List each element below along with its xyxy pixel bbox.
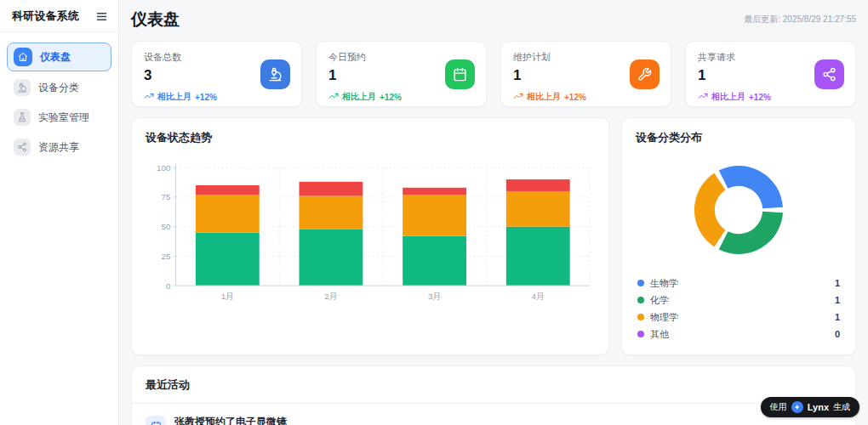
calendar-icon (445, 60, 475, 89)
sidebar-item-dashboard[interactable]: 仪表盘 (7, 42, 111, 71)
stat-trend-delta: +12% (749, 93, 771, 102)
legend-label: 物理学 (650, 311, 678, 324)
activity-item-text: 张教授预约了电子显微镜 (174, 415, 287, 425)
stat-trend-delta: +12% (195, 93, 217, 102)
menu-icon[interactable] (95, 10, 108, 23)
stat-trend-label: 相比上月 (711, 91, 745, 103)
donut-legend: 生物学1化学1物理学1其他0 (636, 275, 842, 343)
category-distribution-card: 设备分类分布 生物学1化学1物理学1其他0 (621, 117, 856, 355)
status-trend-bar-chart: 1月2月3月4月0255075100 (146, 159, 595, 309)
legend-value: 0 (835, 329, 840, 339)
page-title: 仪表盘 (131, 8, 180, 31)
lynx-badge[interactable]: 使用 Lynx 生成 (761, 397, 859, 417)
recent-activity-title: 最近活动 (146, 377, 842, 393)
legend-label: 生物学 (650, 277, 678, 290)
category-donut-chart (676, 156, 802, 264)
status-trend-card: 设备状态趋势 1月2月3月4月0255075100 (131, 117, 609, 355)
legend-dot (637, 314, 644, 320)
legend-dot (637, 297, 644, 303)
share-icon (14, 139, 31, 156)
svg-text:3月: 3月 (428, 292, 441, 301)
stat-card-maintenance-plans: 维护计划1相比上月+12% (500, 41, 671, 107)
svg-text:75: 75 (162, 192, 171, 201)
recent-activity-card: 最近活动 张教授预约了电子显微镜10分钟前 (131, 366, 856, 425)
calendar-icon (146, 416, 166, 425)
sidebar-item-label: 资源共享 (38, 140, 79, 155)
stat-card-share-requests: 共享请求1相比上月+12% (685, 41, 856, 107)
microscope-icon (14, 79, 31, 96)
sidebar-header: 科研设备系统 (0, 0, 118, 32)
sidebar-item-resource-sharing[interactable]: 资源共享 (7, 133, 111, 161)
legend-value: 1 (835, 278, 840, 288)
trending-up-icon (328, 91, 339, 103)
wrench-icon (630, 60, 660, 89)
svg-text:0: 0 (166, 281, 171, 291)
legend-dot (637, 331, 644, 337)
last-updated-text: 最后更新: 2025/8/29 21:27:55 (744, 14, 856, 26)
charts-row: 设备状态趋势 1月2月3月4月0255075100 设备分类分布 生物学1化学1… (131, 117, 856, 355)
sidebar-item-label: 实验室管理 (38, 110, 89, 125)
status-trend-title: 设备状态趋势 (146, 130, 595, 145)
svg-text:50: 50 (162, 222, 171, 231)
stat-trend-label: 相比上月 (527, 91, 561, 103)
stat-trend-delta: +12% (380, 93, 402, 102)
legend-label: 其他 (650, 328, 669, 341)
share-icon (814, 60, 844, 89)
svg-text:4月: 4月 (532, 292, 545, 301)
stats-row: 设备总数3相比上月+12%今日预约1相比上月+12%维护计划1相比上月+12%共… (131, 41, 856, 107)
svg-text:2月: 2月 (324, 292, 337, 301)
stat-trend: 相比上月+12% (144, 91, 289, 103)
stat-trend-label: 相比上月 (342, 91, 376, 103)
flask-icon (14, 109, 31, 126)
main-content: 仪表盘 最后更新: 2025/8/29 21:27:55 设备总数3相比上月+1… (119, 0, 868, 425)
trending-up-icon (698, 91, 708, 103)
category-distribution-title: 设备分类分布 (636, 130, 842, 145)
sidebar-nav: 仪表盘设备分类实验室管理资源共享 (0, 32, 118, 173)
stat-trend: 相比上月+12% (328, 91, 474, 103)
sidebar-item-label: 设备分类 (38, 81, 79, 95)
app-title: 科研设备系统 (12, 8, 79, 24)
sidebar-item-equipment-categories[interactable]: 设备分类 (7, 74, 111, 101)
lynx-badge-brand: Lynx (808, 402, 829, 412)
stat-trend-label: 相比上月 (157, 91, 191, 103)
trending-up-icon (513, 91, 523, 103)
stat-trend: 相比上月+12% (513, 91, 659, 103)
app-root: 科研设备系统 仪表盘设备分类实验室管理资源共享 仪表盘 最后更新: 2025/8… (0, 0, 868, 425)
legend-value: 1 (835, 295, 840, 305)
legend-row: 生物学1 (636, 275, 842, 292)
legend-dot (637, 280, 644, 286)
stat-trend-delta: +12% (564, 93, 586, 102)
microscope-icon (260, 60, 290, 89)
lightning-icon (791, 401, 803, 413)
home-icon (14, 48, 32, 66)
legend-value: 1 (835, 312, 840, 322)
stat-card-today-bookings: 今日预约1相比上月+12% (316, 41, 487, 107)
sidebar: 科研设备系统 仪表盘设备分类实验室管理资源共享 (0, 0, 119, 425)
divider (132, 403, 855, 404)
sidebar-item-label: 仪表盘 (40, 50, 71, 65)
sidebar-item-lab-management[interactable]: 实验室管理 (7, 104, 111, 131)
legend-row: 化学1 (636, 292, 842, 309)
stat-trend: 相比上月+12% (698, 91, 843, 103)
svg-text:100: 100 (157, 163, 171, 173)
legend-row: 其他0 (636, 326, 842, 343)
lynx-badge-suffix: 生成 (833, 401, 850, 413)
legend-label: 化学 (650, 294, 669, 307)
lynx-badge-prefix: 使用 (770, 401, 787, 413)
svg-text:1月: 1月 (221, 292, 234, 301)
page-header: 仪表盘 最后更新: 2025/8/29 21:27:55 (131, 8, 856, 31)
legend-row: 物理学1 (636, 309, 842, 326)
activity-item-body: 张教授预约了电子显微镜10分钟前 (174, 415, 287, 425)
activity-list: 张教授预约了电子显微镜10分钟前 (146, 415, 842, 425)
svg-text:25: 25 (162, 252, 171, 261)
trending-up-icon (144, 91, 154, 103)
activity-item: 张教授预约了电子显微镜10分钟前 (146, 415, 842, 425)
stat-card-total-equipment: 设备总数3相比上月+12% (131, 41, 302, 107)
